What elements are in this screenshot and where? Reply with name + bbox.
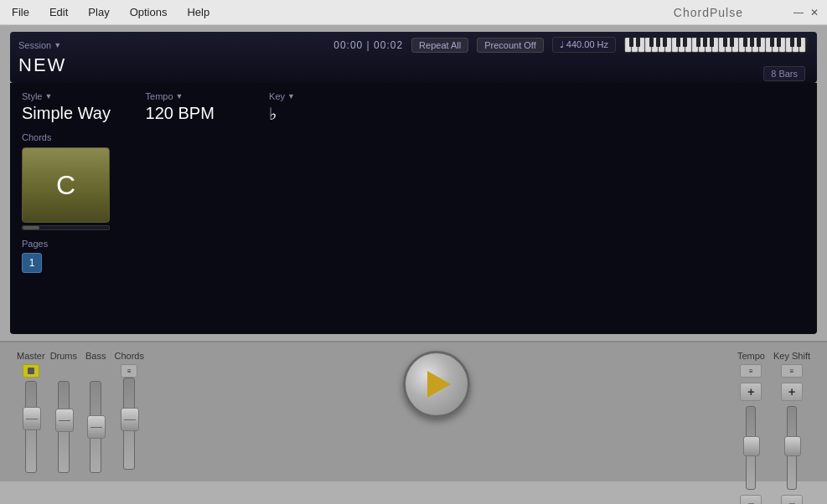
- tuning-display[interactable]: ♩ 440.00 Hz: [552, 37, 616, 53]
- svg-rect-28: [636, 38, 640, 47]
- svg-rect-37: [723, 38, 727, 47]
- chords-eq-button[interactable]: ≡: [121, 364, 137, 378]
- menu-help[interactable]: Help: [183, 4, 213, 20]
- chord-letter: C: [56, 170, 75, 201]
- key-section: Key ▼ ♭: [269, 91, 393, 124]
- session-name: NEW: [18, 54, 809, 76]
- style-section: Style ▼ Simple Way: [22, 91, 146, 123]
- menu-edit[interactable]: Edit: [46, 4, 71, 20]
- chords-fader-track: [123, 378, 135, 470]
- time-display: 00:00 | 00:02: [333, 39, 403, 51]
- tempo-section: Tempo ▼ 120 BPM: [146, 91, 270, 123]
- drums-section: Drums: [50, 351, 77, 473]
- drums-label: Drums: [50, 351, 77, 361]
- svg-rect-27: [629, 38, 633, 47]
- fader-line: [26, 419, 38, 419]
- tempo-dropdown-icon[interactable]: ▼: [176, 92, 183, 100]
- menu-options[interactable]: Options: [127, 4, 171, 20]
- app-title: ChordPulse: [674, 6, 743, 19]
- chords-mixer-section: Chords ≡: [114, 351, 143, 470]
- repeat-button[interactable]: Repeat All: [411, 38, 468, 53]
- key-dropdown-icon[interactable]: ▼: [287, 92, 295, 100]
- master-mute-button[interactable]: [23, 364, 39, 378]
- style-value: Simple Way: [22, 104, 146, 123]
- bass-label: Bass: [85, 351, 106, 361]
- play-section: [152, 351, 721, 418]
- main-area: Session ▼ 00:00 | 00:02 Repeat All Preco…: [0, 25, 827, 341]
- page-button-1[interactable]: 1: [22, 253, 42, 273]
- chords-fader-thumb[interactable]: [121, 408, 139, 431]
- tempo-mixer-label: Tempo: [737, 351, 765, 361]
- svg-rect-31: [663, 38, 667, 47]
- time-separator: |: [367, 39, 374, 51]
- svg-rect-38: [730, 38, 734, 47]
- keyshift-fader-track: [787, 406, 797, 490]
- minimize-button[interactable]: —: [793, 7, 804, 18]
- tempo-plus-button[interactable]: +: [740, 383, 762, 401]
- session-panel: Session ▼ 00:00 | 00:02 Repeat All Preco…: [10, 32, 817, 83]
- titlebar: File Edit Play Options Help ChordPulse —…: [0, 0, 827, 25]
- bass-fader-container: [90, 364, 101, 473]
- precount-button[interactable]: Precount Off: [477, 38, 544, 53]
- play-button[interactable]: [403, 351, 470, 418]
- style-tempo-key-row: Style ▼ Simple Way Tempo ▼ 120 BPM Key ▼…: [22, 91, 805, 124]
- chord-scrollbar-thumb: [23, 226, 39, 229]
- tempo-fader-thumb[interactable]: [743, 436, 760, 456]
- svg-rect-35: [703, 38, 707, 47]
- tempo-value: 120 BPM: [146, 104, 270, 123]
- tempo-mixer-section: Tempo ≡ + −: [737, 351, 765, 504]
- svg-rect-39: [743, 38, 747, 47]
- svg-rect-44: [790, 38, 794, 47]
- pages-section: Pages 1: [22, 239, 805, 273]
- drums-fader-track: [58, 381, 70, 473]
- style-dropdown-icon[interactable]: ▼: [44, 92, 52, 100]
- svg-rect-29: [649, 38, 654, 47]
- keyshift-plus-button[interactable]: +: [781, 383, 803, 401]
- fader-line: [124, 419, 136, 420]
- session-dropdown-icon[interactable]: ▼: [54, 41, 61, 49]
- svg-rect-42: [770, 38, 774, 47]
- svg-rect-32: [676, 38, 680, 47]
- session-label: Session ▼: [18, 40, 61, 50]
- svg-rect-43: [777, 38, 781, 47]
- chord-grid: C: [22, 147, 805, 230]
- fader-line: [90, 427, 102, 428]
- menu-file[interactable]: File: [8, 4, 33, 20]
- menu-play[interactable]: Play: [85, 4, 112, 20]
- keyshift-fader-thumb[interactable]: [784, 436, 801, 456]
- chords-section: Chords C: [22, 132, 805, 230]
- speaker-icon: [28, 368, 34, 374]
- play-icon: [427, 371, 451, 398]
- tempo-minus-button[interactable]: −: [740, 495, 762, 504]
- keyshift-minus-button[interactable]: −: [781, 495, 803, 504]
- svg-rect-40: [750, 38, 754, 47]
- session-text: Session: [18, 40, 51, 50]
- master-fader-container: [23, 364, 39, 473]
- session-top: Session ▼ 00:00 | 00:02 Repeat All Preco…: [18, 37, 809, 53]
- master-fader-thumb[interactable]: [23, 407, 41, 430]
- win-controls: — ✕: [793, 7, 819, 18]
- tempo-label: Tempo ▼: [146, 91, 270, 101]
- drums-fader-thumb[interactable]: [55, 409, 74, 432]
- chord-scrollbar[interactable]: [22, 225, 110, 230]
- svg-rect-45: [797, 38, 801, 47]
- drums-fader-container: [58, 364, 70, 473]
- close-button[interactable]: ✕: [810, 7, 819, 18]
- svg-rect-36: [710, 38, 714, 47]
- tempo-eq-button[interactable]: ≡: [740, 364, 762, 378]
- bass-fader-thumb[interactable]: [87, 415, 106, 439]
- svg-rect-41: [757, 38, 761, 47]
- fader-line: [59, 420, 70, 421]
- chord-cell[interactable]: C: [22, 147, 110, 223]
- keyshift-label: Key Shift: [773, 351, 810, 361]
- pages-label: Pages: [22, 239, 805, 249]
- chords-label: Chords: [22, 132, 805, 142]
- master-label: Master: [17, 351, 45, 361]
- key-label: Key ▼: [269, 91, 393, 101]
- keyshift-eq-button[interactable]: ≡: [781, 364, 803, 378]
- content-area: Style ▼ Simple Way Tempo ▼ 120 BPM Key ▼…: [10, 83, 817, 334]
- bars-badge: 8 Bars: [763, 66, 805, 81]
- mixer-area: Master Drums: [0, 341, 827, 481]
- svg-rect-30: [656, 38, 660, 47]
- tempo-fader-track: [746, 406, 756, 490]
